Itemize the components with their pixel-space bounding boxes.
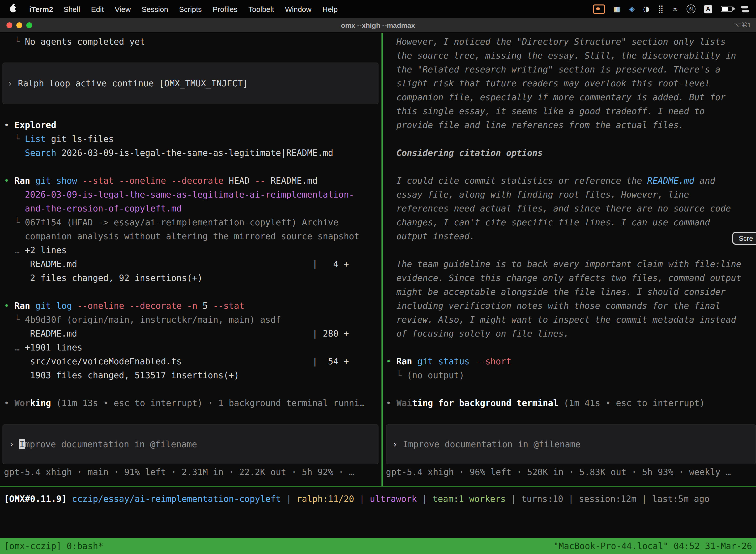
terminal-line <box>4 49 381 63</box>
menu-item-window[interactable]: Window <box>279 5 317 13</box>
text-segment: Ran <box>14 301 30 311</box>
menubar-app-name[interactable]: iTerm2 <box>24 5 58 13</box>
minimize-window-button[interactable] <box>16 22 22 28</box>
terminal-line: references need actual files, and since … <box>386 202 756 215</box>
text-segment: Wor <box>14 398 30 408</box>
screen-recording-indicator-icon[interactable] <box>592 4 605 14</box>
window-controls <box>6 22 32 28</box>
omx-status-bar: [OMX#0.11.9] cczip/essay/ai-reimplementa… <box>0 492 756 506</box>
text-segment: review. Also, I might want to inspect th… <box>386 315 736 325</box>
ralph-progress: ralph:11/20 <box>297 494 354 504</box>
text-segment <box>30 301 35 311</box>
terminal-line: the "Related research writing" section i… <box>386 63 756 76</box>
input-source-icon[interactable]: A <box>704 5 712 13</box>
app-icon-contrast[interactable]: ◑ <box>643 4 649 13</box>
text-segment: └ <box>4 37 25 47</box>
prompt-input-right[interactable]: › Improve documentation in @filename <box>386 425 756 464</box>
tmux-session-window[interactable]: [omx-cczip] 0:bash* <box>4 541 103 551</box>
terminal-line: slight risk that future readers may over… <box>386 76 756 90</box>
terminal-line <box>4 104 381 118</box>
text-segment: (1m 41s • esc to interrupt) <box>564 398 705 408</box>
screen-edge-pill[interactable]: Scre <box>732 232 756 245</box>
battery-icon[interactable] <box>721 6 733 12</box>
close-window-button[interactable] <box>6 22 12 28</box>
text-segment: companion analysis without altering the … <box>4 231 359 241</box>
terminal-line: src/voice/voiceModeEnabled.ts | 54 + <box>4 354 381 368</box>
terminal-line: companion analysis without altering the … <box>4 229 381 243</box>
text-segment: +1901 lines <box>25 342 82 352</box>
text-segment: 5 <box>197 301 213 311</box>
terminal-line: └ (no output) <box>386 368 756 382</box>
session-duration: session:12m <box>579 494 636 504</box>
terminal-line: └ 4b9d30f (origin/main, instructkr/main,… <box>4 313 381 327</box>
text-segment: README.md | 280 + <box>4 329 349 339</box>
terminal-line: of focusing solely on file lines. <box>386 327 756 340</box>
text-segment: … <box>4 245 25 255</box>
text-segment: No agents completed yet <box>25 37 145 47</box>
apple-menu-icon[interactable] <box>10 6 16 12</box>
window-grid-icon[interactable]: ▦ <box>613 4 620 13</box>
menu-item-session[interactable]: Session <box>136 5 174 13</box>
terminal-line: Search 2026-03-09-is-legal-the-same-as-l… <box>4 146 381 160</box>
window-title: omx --xhigh --madmax <box>0 21 756 29</box>
left-pane-output: └ No agents completed yet› Ralph loop ac… <box>4 35 381 410</box>
terminal-line: README.md | 4 + <box>4 257 381 271</box>
text-segment: 2 files changed, 92 insertions(+) <box>4 273 203 283</box>
terminal-panes: └ No agents completed yet› Ralph loop ac… <box>0 33 756 486</box>
terminal-line: • Ran git status --short <box>386 354 756 368</box>
gauge-icon[interactable]: .61 <box>687 4 695 13</box>
prompt-input-left[interactable]: › Improve documentation in @filename <box>2 425 378 464</box>
menu-bar: iTerm2 ShellEditViewSessionScriptsProfil… <box>0 0 756 18</box>
text-segment: git log <box>35 301 72 311</box>
last-activity: last:5m ago <box>652 494 710 504</box>
text-segment: git show <box>35 176 77 186</box>
menu-item-profiles[interactable]: Profiles <box>207 5 243 13</box>
team-workers: team:1 workers <box>433 494 506 504</box>
text-segment: references need actual files, and since … <box>386 204 731 214</box>
terminal-line: output instead. <box>386 229 756 243</box>
menu-item-scripts[interactable]: Scripts <box>174 5 207 13</box>
input-text: Improve documentation in @filename <box>403 439 580 449</box>
terminal-line: … +1901 lines <box>4 340 381 354</box>
terminal-line: • Working (11m 13s • esc to interrupt) ·… <box>4 396 381 410</box>
text-segment: └ <box>4 134 25 144</box>
menu-item-toolbelt[interactable]: Toolbelt <box>243 5 279 13</box>
screen: iTerm2 ShellEditViewSessionScriptsProfil… <box>0 0 756 554</box>
window-shortcut-badge: ⌥⌘1 <box>734 21 751 29</box>
text-segment: companion file, especially if more comme… <box>386 92 726 102</box>
menu-item-view[interactable]: View <box>109 5 136 13</box>
terminal-line: this single essay, it seems like a good … <box>386 104 756 118</box>
terminal-line <box>4 285 381 299</box>
status-separator-line <box>0 486 756 487</box>
text-segment: 2026-03-09-is-legal-the-same-as-legitima… <box>56 148 333 158</box>
text-cursor: I <box>19 439 24 449</box>
zoom-window-button[interactable] <box>26 22 32 28</box>
text-segment: └ <box>386 370 407 380</box>
text-segment: essay file, along with finding root file… <box>386 189 689 200</box>
text-segment: └ <box>4 217 25 227</box>
terminal-line <box>4 382 381 396</box>
control-center-icon[interactable] <box>741 6 749 12</box>
model-status-text: gpt-5.4 xhigh · 96% left · 520K in · 5.8… <box>386 467 731 477</box>
text-segment: However, I noticed the "Directory Struct… <box>386 37 726 47</box>
terminal-line <box>386 160 756 174</box>
terminal-line: review. Also, I might want to inspect th… <box>386 313 756 327</box>
worktree-path: cczip/essay/ai-reimplementation-copyleft <box>72 494 281 504</box>
text-segment: I could cite commit statistics or refere… <box>386 176 647 186</box>
window-title-bar: omx --xhigh --madmax ⌥⌘1 <box>0 18 756 33</box>
menu-item-help[interactable]: Help <box>317 5 343 13</box>
text-segment: The team guideline is to back every impo… <box>386 259 741 269</box>
right-terminal-pane[interactable]: However, I noticed the "Directory Struct… <box>383 33 756 486</box>
text-segment: the "Related research writing" section i… <box>386 64 720 74</box>
text-segment <box>558 398 564 408</box>
app-icon-blue[interactable]: ◈ <box>629 4 635 13</box>
menu-item-shell[interactable]: Shell <box>58 5 85 13</box>
left-terminal-pane[interactable]: └ No agents completed yet› Ralph loop ac… <box>0 33 381 486</box>
text-segment: List <box>25 134 46 144</box>
menu-item-edit[interactable]: Edit <box>85 5 109 13</box>
turns-count: turns:10 <box>521 494 563 504</box>
text-segment: • <box>386 356 396 366</box>
text-segment: 2026-03-09-is-legal-the-same-as-legitima… <box>4 189 354 200</box>
dots-grid-icon[interactable]: ⣿ <box>658 4 664 13</box>
loop-app-icon[interactable]: ∞ <box>672 4 678 13</box>
